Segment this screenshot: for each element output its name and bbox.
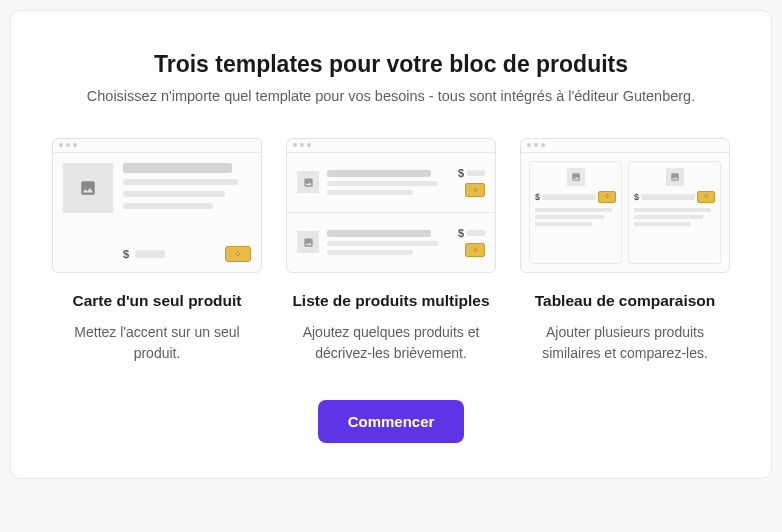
mock-single-product: $ ⁘ (52, 138, 262, 273)
dollar-icon: $ (458, 167, 464, 179)
mock-comparison-table: $ ⁘ (520, 138, 730, 273)
image-placeholder-icon (567, 168, 585, 186)
cart-button-icon: ⁘ (465, 183, 485, 197)
template-desc-compare: Ajouter plusieurs produits similaires et… (520, 322, 730, 365)
dollar-icon: $ (123, 248, 129, 260)
cart-button-icon: ⁘ (465, 243, 485, 257)
mock-titlebar (53, 139, 261, 153)
template-card-single[interactable]: $ ⁘ Carte d'un seul produit Mettez l'acc… (52, 138, 262, 365)
mock-titlebar (521, 139, 729, 153)
image-placeholder-icon (666, 168, 684, 186)
template-title-compare: Tableau de comparaison (535, 291, 716, 312)
image-placeholder-icon (297, 231, 319, 253)
cart-button-icon: ⁘ (598, 191, 616, 203)
dollar-icon: $ (634, 192, 639, 202)
page-title: Trois templates pour votre bloc de produ… (41, 51, 741, 78)
template-card-compare[interactable]: $ ⁘ (520, 138, 730, 365)
templates-panel: Trois templates pour votre bloc de produ… (10, 10, 772, 479)
cart-button-icon: ⁘ (225, 246, 251, 262)
template-title-list: Liste de produits multiples (292, 291, 489, 312)
template-title-single: Carte d'un seul produit (72, 291, 241, 312)
mock-product-list: $ ⁘ $ (286, 138, 496, 273)
template-cards: $ ⁘ Carte d'un seul produit Mettez l'acc… (41, 138, 741, 365)
template-desc-list: Ajoutez quelques produits et décrivez-le… (286, 322, 496, 365)
template-desc-single: Mettez l'accent sur un seul produit. (52, 322, 262, 365)
dollar-icon: $ (535, 192, 540, 202)
page-subtitle: Choisissez n'importe quel template pour … (41, 86, 741, 108)
dollar-icon: $ (458, 227, 464, 239)
mock-titlebar (287, 139, 495, 153)
image-placeholder-icon (63, 163, 113, 213)
header: Trois templates pour votre bloc de produ… (41, 51, 741, 108)
cta-row: Commencer (41, 400, 741, 443)
image-placeholder-icon (297, 171, 319, 193)
start-button[interactable]: Commencer (318, 400, 465, 443)
cart-button-icon: ⁘ (697, 191, 715, 203)
template-card-list[interactable]: $ ⁘ $ (286, 138, 496, 365)
